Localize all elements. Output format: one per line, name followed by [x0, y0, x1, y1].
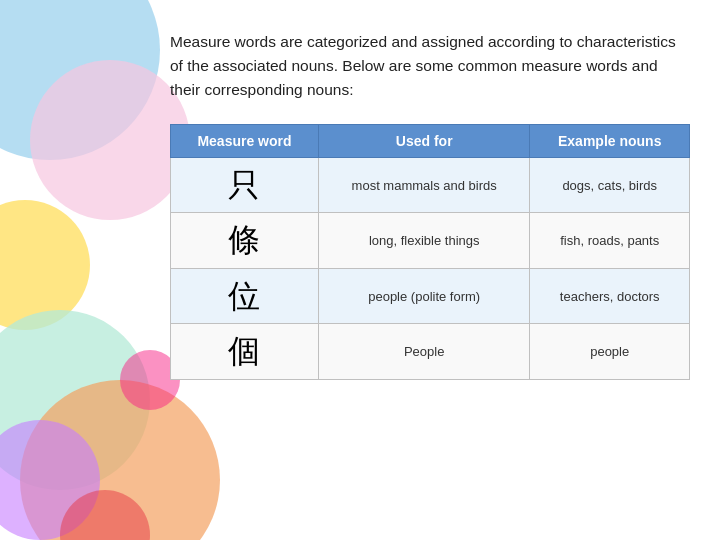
example-nouns-cell: people: [530, 324, 690, 379]
measure-char-cell: 個: [171, 324, 319, 379]
col-header-used-for: Used for: [318, 125, 529, 158]
col-header-measure-word: Measure word: [171, 125, 319, 158]
measure-char: 位: [228, 278, 260, 314]
example-nouns-cell: teachers, doctors: [530, 268, 690, 323]
intro-paragraph: Measure words are categorized and assign…: [170, 30, 690, 102]
col-header-example-nouns: Example nouns: [530, 125, 690, 158]
used-for-cell: People: [318, 324, 529, 379]
measure-char-cell: 只: [171, 158, 319, 213]
main-content: Measure words are categorized and assign…: [140, 0, 720, 540]
example-nouns-cell: dogs, cats, birds: [530, 158, 690, 213]
table-row: 位people (polite form)teachers, doctors: [171, 268, 690, 323]
table-row: 只most mammals and birdsdogs, cats, birds: [171, 158, 690, 213]
table-header-row: Measure word Used for Example nouns: [171, 125, 690, 158]
measure-char-cell: 條: [171, 213, 319, 268]
table-row: 個Peoplepeople: [171, 324, 690, 379]
used-for-cell: long, flexible things: [318, 213, 529, 268]
table-row: 條long, flexible thingsfish, roads, pants: [171, 213, 690, 268]
measure-char-cell: 位: [171, 268, 319, 323]
used-for-cell: most mammals and birds: [318, 158, 529, 213]
measure-char: 條: [228, 222, 260, 258]
example-nouns-cell: fish, roads, pants: [530, 213, 690, 268]
measure-char: 只: [228, 167, 260, 203]
measure-char: 個: [228, 333, 260, 369]
used-for-cell: people (polite form): [318, 268, 529, 323]
measure-words-table: Measure word Used for Example nouns 只mos…: [170, 124, 690, 380]
